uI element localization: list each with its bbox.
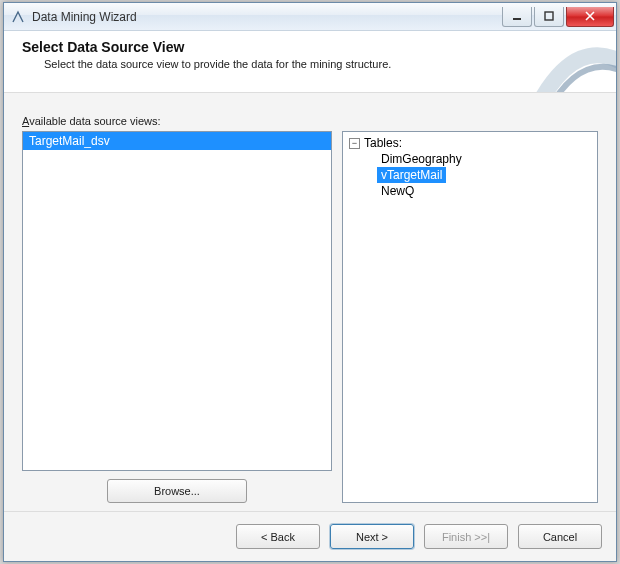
browse-button[interactable]: Browse...: [107, 479, 247, 503]
back-button[interactable]: < Back: [236, 524, 320, 549]
next-button[interactable]: Next >: [330, 524, 414, 549]
svg-rect-1: [545, 12, 553, 20]
svg-rect-0: [513, 18, 521, 20]
page-title: Select Data Source View: [22, 39, 600, 55]
wizard-footer: < Back Next > Finish >>| Cancel: [4, 511, 616, 561]
list-item[interactable]: TargetMail_dsv: [23, 132, 331, 150]
panels: TargetMail_dsv Browse... − Tables: DimGe…: [22, 131, 598, 503]
wizard-body: Available data source views: TargetMail_…: [4, 93, 616, 511]
tree-item[interactable]: DimGeography: [377, 151, 466, 167]
tree-children: DimGeographyvTargetMailNewQ: [377, 151, 591, 199]
header-graphic-icon: [516, 31, 616, 93]
app-icon: [10, 9, 26, 25]
titlebar: Data Mining Wizard: [4, 3, 616, 31]
maximize-button[interactable]: [534, 7, 564, 27]
tree-root[interactable]: − Tables:: [349, 136, 591, 150]
tables-tree[interactable]: − Tables: DimGeographyvTargetMailNewQ: [342, 131, 598, 503]
right-column: − Tables: DimGeographyvTargetMailNewQ: [342, 131, 598, 503]
finish-button[interactable]: Finish >>|: [424, 524, 508, 549]
available-dsv-label: Available data source views:: [22, 115, 598, 127]
tree-root-label: Tables:: [364, 136, 402, 150]
left-column: TargetMail_dsv Browse...: [22, 131, 332, 503]
expand-collapse-icon[interactable]: −: [349, 138, 360, 149]
minimize-button[interactable]: [502, 7, 532, 27]
close-button[interactable]: [566, 7, 614, 27]
tree-item[interactable]: vTargetMail: [377, 167, 446, 183]
dsv-listbox[interactable]: TargetMail_dsv: [22, 131, 332, 471]
wizard-window: Data Mining Wizard Select Data Source Vi…: [3, 2, 617, 562]
window-title: Data Mining Wizard: [32, 10, 500, 24]
cancel-button[interactable]: Cancel: [518, 524, 602, 549]
window-controls: [500, 7, 614, 27]
tree-item[interactable]: NewQ: [377, 183, 418, 199]
wizard-header: Select Data Source View Select the data …: [4, 31, 616, 93]
browse-row: Browse...: [22, 479, 332, 503]
